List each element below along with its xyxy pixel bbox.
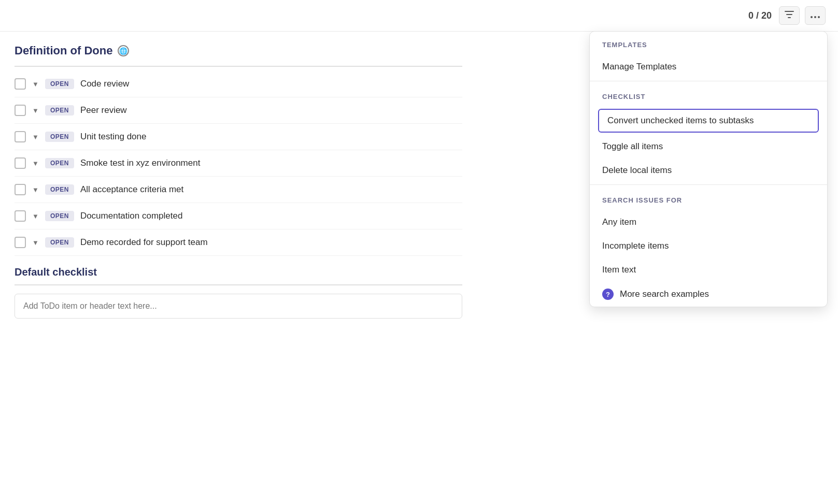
menu-divider-2 [590, 184, 827, 185]
globe-icon: 🌐 [118, 45, 129, 56]
item-label-4: Smoke test in xyz environment [80, 158, 200, 168]
section2-divider [15, 284, 462, 285]
status-badge-2: OPEN [45, 105, 74, 116]
delete-local-label: Delete local items [602, 165, 672, 176]
search-issues-label: SEARCH ISSUES FOR [602, 196, 815, 204]
chevron-down-icon-7[interactable]: ▼ [32, 239, 39, 247]
progress-badge: 0 / 20 [748, 10, 772, 21]
section-divider [15, 66, 462, 67]
chevron-down-icon-3[interactable]: ▼ [32, 133, 39, 141]
checklist-item: ▼ OPEN Demo recorded for support team [15, 229, 462, 256]
more-search-option[interactable]: ? More search examples [590, 282, 827, 307]
more-search-label: More search examples [620, 289, 709, 299]
chevron-down-icon-6[interactable]: ▼ [32, 212, 39, 220]
convert-unchecked-item[interactable]: Convert unchecked items to subtasks [598, 109, 819, 133]
section-title-1: Definition of Done 🌐 [15, 44, 462, 57]
toggle-all-item[interactable]: Toggle all items [590, 135, 827, 159]
item-label-5: All acceptance criteria met [80, 184, 183, 195]
main-content: Definition of Done 🌐 ▼ OPEN Code review … [0, 32, 477, 331]
filter-button[interactable] [779, 6, 800, 25]
item-label-2: Peer review [80, 105, 127, 116]
menu-divider-1 [590, 81, 827, 81]
item-text-option[interactable]: Item text [590, 258, 827, 282]
svg-rect-1 [786, 14, 792, 15]
svg-rect-0 [785, 11, 794, 12]
templates-section: TEMPLATES [590, 32, 827, 55]
svg-rect-2 [788, 17, 791, 18]
templates-section-label: TEMPLATES [602, 41, 815, 49]
checklist-item: ▼ OPEN Code review [15, 71, 462, 97]
checklist-item: ▼ OPEN Smoke test in xyz environment [15, 150, 462, 177]
item-label-3: Unit testing done [80, 132, 147, 142]
more-icon [811, 11, 820, 20]
search-issues-section: SEARCH ISSUES FOR [590, 187, 827, 210]
svg-point-4 [814, 16, 816, 18]
chevron-down-icon-2[interactable]: ▼ [32, 107, 39, 114]
delete-local-item[interactable]: Delete local items [590, 159, 827, 182]
svg-point-3 [811, 16, 813, 18]
top-bar: 0 / 20 [0, 0, 838, 32]
status-badge-5: OPEN [45, 184, 74, 195]
svg-point-5 [818, 16, 820, 18]
checklist-item: ▼ OPEN Documentation completed [15, 203, 462, 229]
checklist-section-label: CHECKLIST [602, 93, 815, 100]
status-badge-1: OPEN [45, 79, 74, 89]
filter-icon [785, 11, 794, 20]
item-label-6: Documentation completed [80, 211, 183, 221]
checklist-item: ▼ OPEN All acceptance criteria met [15, 177, 462, 203]
question-icon: ? [602, 289, 614, 300]
checkbox-2[interactable] [15, 105, 26, 116]
convert-unchecked-label: Convert unchecked items to subtasks [607, 116, 754, 126]
chevron-down-icon-5[interactable]: ▼ [32, 186, 39, 194]
checkbox-1[interactable] [15, 78, 26, 90]
item-label-1: Code review [80, 79, 130, 89]
status-badge-6: OPEN [45, 211, 74, 221]
incomplete-items-label: Incomplete items [602, 241, 669, 251]
incomplete-items-option[interactable]: Incomplete items [590, 234, 827, 258]
add-todo-input[interactable] [15, 294, 462, 319]
checkbox-5[interactable] [15, 184, 26, 195]
chevron-down-icon-4[interactable]: ▼ [32, 160, 39, 167]
section-title-text: Definition of Done [15, 44, 112, 57]
toggle-all-label: Toggle all items [602, 141, 663, 152]
any-item-label: Any item [602, 217, 636, 227]
more-button[interactable] [805, 6, 826, 25]
chevron-down-icon-1[interactable]: ▼ [32, 80, 39, 88]
item-label-7: Demo recorded for support team [80, 237, 208, 248]
checklist-item: ▼ OPEN Unit testing done [15, 124, 462, 150]
status-badge-4: OPEN [45, 158, 74, 168]
item-text-label: Item text [602, 265, 636, 275]
checkbox-3[interactable] [15, 131, 26, 142]
checkbox-6[interactable] [15, 210, 26, 222]
dropdown-menu: TEMPLATES Manage Templates CHECKLIST Con… [589, 31, 828, 307]
any-item-option[interactable]: Any item [590, 210, 827, 234]
checklist-items: ▼ OPEN Code review ▼ OPEN Peer review ▼ … [15, 71, 462, 256]
section-title-2: Default checklist [15, 266, 462, 278]
status-badge-3: OPEN [45, 132, 74, 142]
manage-templates-label: Manage Templates [602, 62, 676, 72]
checklist-section: CHECKLIST [590, 83, 827, 107]
status-badge-7: OPEN [45, 237, 74, 248]
checkbox-7[interactable] [15, 237, 26, 248]
checklist-item: ▼ OPEN Peer review [15, 97, 462, 124]
manage-templates-item[interactable]: Manage Templates [590, 55, 827, 79]
checkbox-4[interactable] [15, 157, 26, 169]
